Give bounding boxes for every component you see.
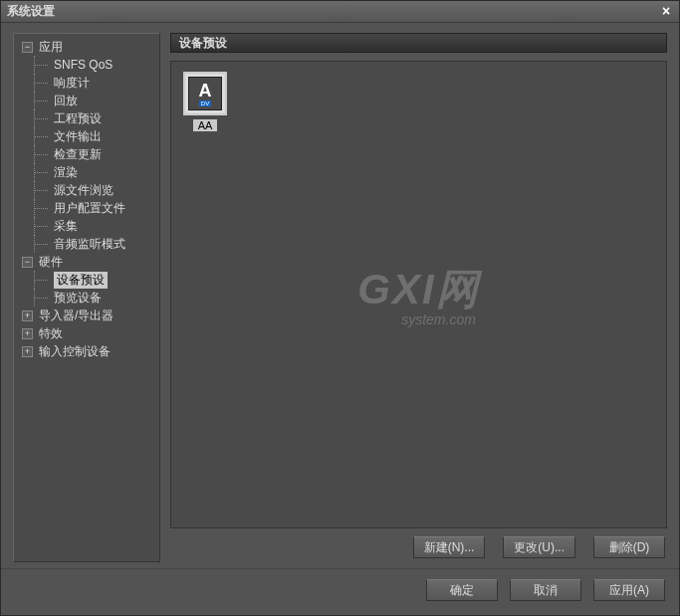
modify-button[interactable]: 更改(U)... xyxy=(503,536,575,558)
tree-node-effects[interactable]: + 特效 xyxy=(16,324,157,342)
tree-node-user-profile[interactable]: 用户配置文件 xyxy=(16,199,157,217)
tree-node-check-update[interactable]: 检查更新 xyxy=(16,145,157,163)
content-area: − 应用 SNFS QoS 响度计 回放 工程预设 文件输出 检查更新 渲染 源… xyxy=(1,23,679,568)
tree-node-audio-monitor[interactable]: 音频监听模式 xyxy=(16,235,157,253)
new-button[interactable]: 新建(N)... xyxy=(413,536,486,558)
tree-node-device-preset[interactable]: 设备预设 xyxy=(16,271,157,289)
dialog-button-row: 确定 取消 应用(A) xyxy=(1,568,679,615)
settings-tree[interactable]: − 应用 SNFS QoS 响度计 回放 工程预设 文件输出 检查更新 渲染 源… xyxy=(13,33,160,562)
expand-icon[interactable]: + xyxy=(22,310,33,321)
collapse-icon[interactable]: − xyxy=(22,257,33,268)
cancel-button[interactable]: 取消 xyxy=(510,579,581,601)
main-panel: 设备预设 A DV AA GXI网 system.com xyxy=(170,33,667,562)
tree-node-project-preset[interactable]: 工程预设 xyxy=(16,109,157,127)
delete-button[interactable]: 删除(D) xyxy=(593,536,665,558)
titlebar: 系统设置 × xyxy=(1,1,679,23)
close-icon[interactable]: × xyxy=(657,3,675,21)
expand-icon[interactable]: + xyxy=(22,346,33,357)
collapse-icon[interactable]: − xyxy=(22,42,33,53)
tree-node-snfs-qos[interactable]: SNFS QoS xyxy=(16,56,157,74)
preset-icon: A DV xyxy=(183,72,227,115)
tree-node-preview-device[interactable]: 预览设备 xyxy=(16,289,157,307)
tree-node-capture[interactable]: 采集 xyxy=(16,217,157,235)
tree-node-hardware[interactable]: − 硬件 xyxy=(16,253,157,271)
tree-node-file-output[interactable]: 文件输出 xyxy=(16,127,157,145)
device-preset-item[interactable]: A DV AA xyxy=(181,72,229,131)
apply-button[interactable]: 应用(A) xyxy=(593,579,665,601)
panel-header: 设备预设 xyxy=(170,33,667,53)
preset-name: AA xyxy=(193,119,217,131)
panel-button-row: 新建(N)... 更改(U)... 删除(D) xyxy=(170,528,667,562)
tree-node-app[interactable]: − 应用 xyxy=(16,38,157,56)
system-settings-window: 系统设置 × − 应用 SNFS QoS 响度计 回放 工程预设 文件输出 检查… xyxy=(0,0,680,616)
expand-icon[interactable]: + xyxy=(22,328,33,339)
tree-node-source-browse[interactable]: 源文件浏览 xyxy=(16,181,157,199)
watermark: GXI网 system.com xyxy=(357,262,479,327)
ok-button[interactable]: 确定 xyxy=(426,579,498,601)
tree-node-importer-exporter[interactable]: + 导入器/导出器 xyxy=(16,307,157,324)
preset-list[interactable]: A DV AA GXI网 system.com xyxy=(170,61,667,528)
tree-node-input-control[interactable]: + 输入控制设备 xyxy=(16,342,157,360)
tree-node-render[interactable]: 渲染 xyxy=(16,163,157,181)
window-title: 系统设置 xyxy=(7,3,55,20)
tree-node-loudness[interactable]: 响度计 xyxy=(16,74,157,92)
tree-node-playback[interactable]: 回放 xyxy=(16,92,157,109)
